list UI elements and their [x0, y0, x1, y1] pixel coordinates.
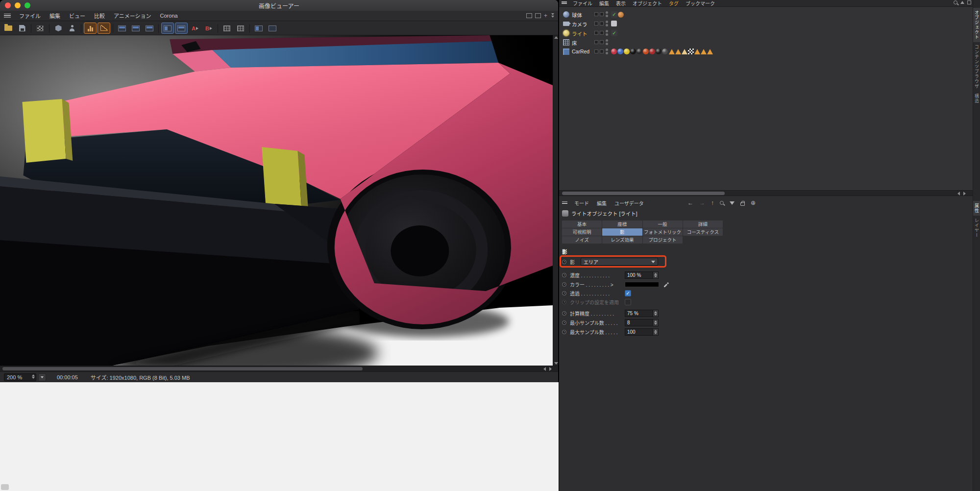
collapse-chevrons-icon[interactable]	[550, 13, 555, 18]
enable-toggle[interactable]	[600, 31, 604, 35]
scroll-down-icon[interactable]	[554, 362, 558, 365]
scroll-up-icon[interactable]	[554, 36, 558, 39]
clip-settings-checkbox[interactable]	[625, 299, 631, 305]
up-arrow-icon[interactable]: ↑	[711, 199, 714, 206]
texture-checker-tag-icon[interactable]	[688, 49, 694, 54]
object-name[interactable]: カメラ	[572, 21, 588, 28]
dock-tab-attributes[interactable]: 属性	[973, 201, 980, 216]
menu-view[interactable]: ビュー	[65, 11, 90, 21]
search-icon[interactable]	[720, 201, 724, 205]
material-tag-icon[interactable]	[624, 49, 630, 54]
object-row-camera[interactable]: カメラ	[559, 19, 973, 28]
viewport-vertical-scrollbar[interactable]	[553, 35, 559, 366]
min-samples-stepper[interactable]	[653, 319, 659, 326]
layout-film-icon[interactable]	[234, 23, 247, 34]
search-icon[interactable]	[954, 0, 957, 4]
layer-toggle[interactable]	[594, 49, 598, 53]
menu-hamburger-icon[interactable]	[562, 1, 567, 5]
tab-photometric[interactable]: フォトメトリック	[643, 228, 683, 236]
material-tag-icon[interactable]	[643, 49, 649, 54]
zoom-preset-dropdown[interactable]	[38, 373, 46, 381]
eyedropper-icon[interactable]	[663, 281, 670, 288]
menu-hamburger-icon[interactable]	[562, 201, 567, 205]
object-manager-scrollbar[interactable]	[559, 190, 973, 196]
menu-compare[interactable]: 比較	[90, 11, 109, 21]
visibility-dots[interactable]	[606, 11, 608, 17]
selection-triangle-tag-icon[interactable]	[682, 49, 687, 54]
material-tag-icon[interactable]	[656, 49, 662, 54]
attr-menu-mode[interactable]: モード	[570, 199, 593, 207]
material-tag-icon[interactable]	[662, 49, 668, 54]
close-button[interactable]	[5, 2, 11, 8]
zoom-stepper[interactable]	[32, 374, 35, 379]
enable-toggle[interactable]	[600, 22, 604, 25]
scroll-left-icon[interactable]	[543, 367, 546, 371]
material-tag-icon[interactable]	[630, 49, 636, 54]
selection-triangle-tag-icon[interactable]	[675, 49, 681, 54]
compare-checker-icon[interactable]	[34, 23, 47, 34]
material-tag-icon[interactable]	[618, 12, 624, 18]
add-panel-icon[interactable]: +	[544, 13, 547, 18]
layout-grid-icon[interactable]	[220, 23, 233, 34]
fit-vertical-icon[interactable]	[143, 23, 156, 34]
version-a-icon[interactable]: A	[189, 23, 201, 34]
zoom-button[interactable]	[24, 2, 30, 8]
enable-toggle[interactable]	[600, 49, 604, 53]
accuracy-stepper[interactable]	[653, 310, 659, 317]
tab-basic[interactable]: 基本	[562, 221, 602, 228]
menu-file[interactable]: ファイル	[15, 11, 45, 21]
tab-shadow[interactable]: 影	[602, 228, 642, 236]
dock-tab-content-browser[interactable]: コンテンツブラウザ	[973, 42, 980, 91]
om-menu-file[interactable]: ファイル	[569, 0, 596, 7]
object-name[interactable]: CarRed	[572, 49, 589, 54]
snapshot-person-icon[interactable]	[66, 23, 78, 34]
enable-toggle[interactable]	[600, 40, 604, 44]
tone-curve-icon[interactable]	[98, 23, 110, 34]
transparency-checkbox[interactable]: ✓	[625, 290, 631, 296]
om-menu-bookmark[interactable]: ブックマーク	[682, 0, 718, 7]
keyframe-dot[interactable]	[562, 330, 566, 334]
object-row-carred[interactable]: CarRed	[559, 47, 973, 56]
camera-tag-icon[interactable]	[611, 21, 617, 26]
menu-hamburger-icon[interactable]	[4, 14, 11, 18]
keyframe-dot[interactable]	[562, 291, 566, 295]
dock-tab-objects[interactable]: オブジェクト	[973, 8, 980, 42]
tab-general[interactable]: 一般	[643, 221, 683, 228]
shadow-type-dropdown[interactable]: エリア	[581, 258, 658, 266]
om-menu-object[interactable]: オブジェクト	[629, 0, 665, 7]
check-tag-icon[interactable]: ✓	[611, 30, 617, 36]
visibility-dots[interactable]	[606, 30, 608, 36]
max-samples-input[interactable]: 100	[625, 328, 653, 336]
material-tag-icon[interactable]	[637, 49, 642, 54]
object-row-floor[interactable]: 床	[559, 38, 973, 47]
selection-triangle-tag-icon[interactable]	[701, 49, 707, 54]
lock-icon[interactable]	[740, 202, 745, 206]
material-tag-icon[interactable]	[649, 49, 655, 54]
frame-icon[interactable]	[967, 0, 971, 4]
fit-screen-icon[interactable]	[116, 23, 128, 34]
attr-menu-userdata[interactable]: ユーザデータ	[611, 199, 648, 207]
tab-caustics[interactable]: コースティクス	[683, 228, 723, 236]
object-row-light[interactable]: ライト ✓	[559, 28, 973, 37]
selection-triangle-tag-icon[interactable]	[707, 49, 713, 54]
shadow-color-swatch[interactable]	[625, 282, 659, 287]
object-name[interactable]: 球体	[572, 11, 582, 19]
save-icon[interactable]	[16, 23, 28, 34]
selection-triangle-tag-icon[interactable]	[669, 49, 675, 54]
layer-toggle[interactable]	[594, 12, 598, 16]
menu-animation[interactable]: アニメーション	[109, 11, 156, 21]
up-level-icon[interactable]	[960, 1, 964, 4]
om-menu-view[interactable]: 表示	[612, 0, 629, 7]
back-arrow-icon[interactable]: ←	[687, 199, 693, 206]
version-b-icon[interactable]: B	[202, 23, 215, 34]
tab-details[interactable]: 詳細	[683, 221, 723, 228]
object-row-sphere[interactable]: 球体 ✓	[559, 10, 973, 19]
menu-corona[interactable]: Corona	[156, 11, 182, 21]
add-icon[interactable]: ⊕	[751, 199, 756, 206]
tab-noise[interactable]: ノイズ	[562, 236, 602, 244]
single-layout-icon[interactable]	[526, 13, 532, 18]
dock-tab-layers[interactable]: レイヤー	[973, 216, 980, 240]
layer-toggle[interactable]	[594, 22, 598, 25]
keyframe-dot[interactable]	[562, 273, 566, 277]
fit-horizontal-icon[interactable]	[129, 23, 142, 34]
